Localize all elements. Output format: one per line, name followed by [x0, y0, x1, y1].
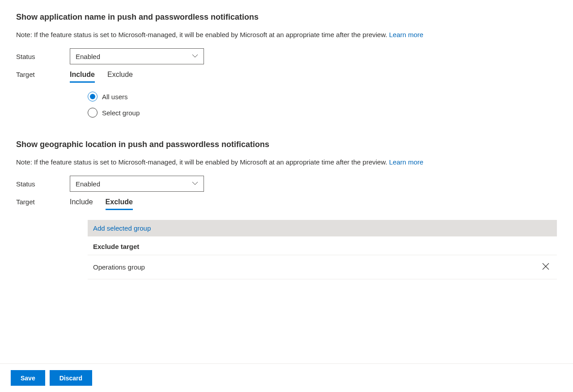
footer-bar: Save Discard	[0, 363, 573, 392]
section2-note-text: Note: If the feature status is set to Mi…	[16, 158, 389, 166]
section1-tab-exclude[interactable]: Exclude	[107, 71, 133, 83]
section1-note-text: Note: If the feature status is set to Mi…	[16, 31, 389, 38]
section1-radio-select-group-label: Select group	[102, 109, 140, 117]
section1-title: Show application name in push and passwo…	[16, 13, 557, 22]
section2-title: Show geographic location in push and pas…	[16, 140, 557, 149]
section1-status-dropdown[interactable]: Enabled	[70, 48, 204, 64]
close-icon	[542, 264, 550, 272]
section1-tab-include[interactable]: Include	[70, 71, 95, 83]
chevron-down-icon	[192, 180, 198, 188]
exclude-target-name: Operations group	[93, 263, 145, 271]
save-button[interactable]: Save	[11, 370, 45, 386]
add-selected-group-button[interactable]: Add selected group	[88, 220, 557, 236]
section1-radio-all-users-label: All users	[102, 93, 128, 101]
section1-radio-select-group[interactable]: Select group	[88, 108, 557, 118]
section1-radio-all-users[interactable]: All users	[88, 92, 557, 101]
section2-note: Note: If the feature status is set to Mi…	[16, 158, 557, 166]
section2-status-label: Status	[16, 180, 70, 188]
chevron-down-icon	[192, 53, 198, 60]
discard-button[interactable]: Discard	[50, 370, 92, 386]
section2-tab-include[interactable]: Include	[70, 198, 93, 210]
section1-note: Note: If the feature status is set to Mi…	[16, 31, 557, 38]
radio-unselected-icon	[88, 108, 98, 118]
section1-status-value: Enabled	[76, 53, 100, 60]
section2-status-value: Enabled	[76, 180, 100, 188]
section2-tab-exclude[interactable]: Exclude	[106, 198, 133, 210]
section2-target-label: Target	[16, 198, 70, 206]
exclude-target-header: Exclude target	[88, 236, 557, 255]
section2-learn-more-link[interactable]: Learn more	[389, 158, 424, 166]
radio-selected-icon	[88, 92, 98, 101]
remove-exclude-target-button[interactable]	[540, 261, 552, 274]
exclude-target-row: Operations group	[88, 255, 557, 279]
section2-status-dropdown[interactable]: Enabled	[70, 176, 204, 192]
section1-status-label: Status	[16, 53, 70, 60]
section1-learn-more-link[interactable]: Learn more	[389, 31, 424, 38]
section1-target-label: Target	[16, 71, 70, 78]
